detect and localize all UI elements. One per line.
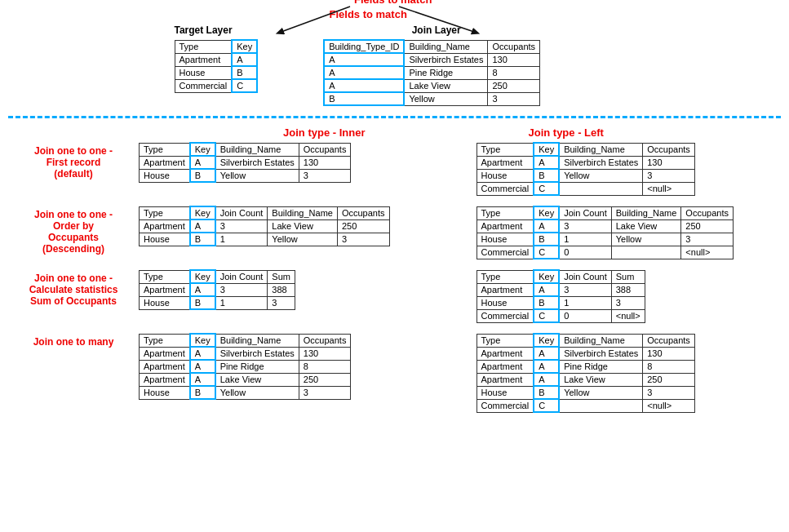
- inner-header: Join type - Inner: [283, 126, 365, 139]
- left-table-2: TypeKeyJoin CountSumApartmentA3388HouseB…: [477, 269, 782, 323]
- inner-table-3: TypeKeyBuilding_NameOccupantsApartmentAS…: [139, 333, 444, 413]
- join-col-btid: Building_Type_ID: [324, 40, 404, 53]
- inner-table-2: TypeKeyJoin CountSumApartmentA3388HouseB…: [139, 269, 444, 323]
- target-table: Type Key ApartmentA HouseB CommercialC: [175, 39, 259, 93]
- left-table-3: TypeKeyBuilding_NameOccupantsApartmentAS…: [477, 333, 782, 413]
- target-col-key: Key: [232, 40, 257, 53]
- join-row-2: Join one to one -Calculate statisticsSum…: [8, 269, 781, 323]
- target-col-type: Type: [175, 40, 232, 53]
- join-row-1: Join one to one -Order byOccupants(Desce…: [8, 206, 781, 259]
- join-row-3: Join one to manyTypeKeyBuilding_NameOccu…: [8, 333, 781, 413]
- join-col-bname: Building_Name: [404, 40, 488, 53]
- join-table: Building_Type_ID Building_Name Occupants…: [323, 39, 540, 106]
- inner-table-1: TypeKeyJoin CountBuilding_NameOccupantsA…: [139, 206, 444, 259]
- section-divider: [8, 116, 781, 118]
- left-header: Join type - Left: [528, 126, 603, 139]
- fields-to-match-label: Fields to match: [330, 8, 407, 20]
- row-label-1: Join one to one -Order byOccupants(Desce…: [8, 206, 139, 255]
- join-type-headers: Join type - Inner Join type - Left: [8, 126, 781, 139]
- join-row-0: Join one to one -First record(default)Ty…: [8, 142, 781, 196]
- left-table-1: TypeKeyJoin CountBuilding_NameOccupantsA…: [477, 206, 782, 259]
- data-rows-container: Join one to one -First record(default)Ty…: [8, 142, 781, 413]
- left-table-0: TypeKeyBuilding_NameOccupantsApartmentAS…: [477, 142, 782, 196]
- row-label-3: Join one to many: [8, 333, 139, 348]
- row-label-2: Join one to one -Calculate statisticsSum…: [8, 269, 139, 307]
- row-label-0: Join one to one -First record(default): [8, 142, 139, 180]
- target-layer-label: Target Layer: [175, 24, 233, 36]
- inner-table-0: TypeKeyBuilding_NameOccupantsApartmentAS…: [139, 142, 444, 196]
- svg-text:Fields to match: Fields to match: [354, 0, 432, 6]
- join-col-occ: Occupants: [488, 40, 540, 53]
- join-layer-label: Join Layer: [412, 24, 461, 36]
